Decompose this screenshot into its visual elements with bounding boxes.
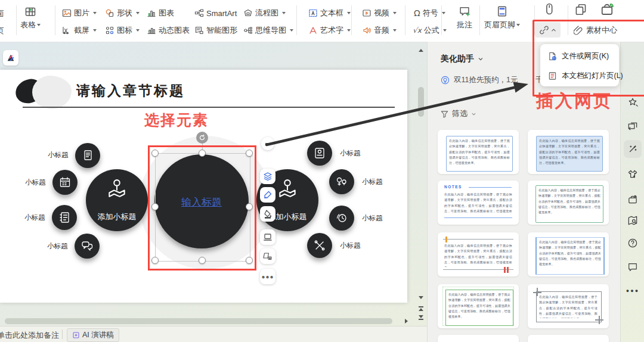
- ai-speech-button[interactable]: AI 演讲稿: [67, 328, 119, 342]
- convert-button[interactable]: [627, 121, 639, 132]
- resource-bag-button[interactable]: [600, 4, 614, 14]
- comment-button[interactable]: 批注: [457, 5, 472, 30]
- feedback-button[interactable]: [627, 262, 638, 272]
- insert-icon-button[interactable]: 图标: [105, 25, 140, 36]
- menu-item-slides-in-document[interactable]: 本文档幻灯片页(L): [540, 68, 627, 83]
- section-title-placeholder[interactable]: 请输入章节标题: [76, 82, 185, 100]
- more-panel-button[interactable]: ●●●: [626, 288, 639, 294]
- insert-chart-button[interactable]: 图表: [147, 8, 174, 18]
- smart-graphic-button[interactable]: 智能图形: [194, 25, 237, 36]
- selection-handle-se[interactable]: [246, 257, 253, 264]
- theme-skin-button[interactable]: [627, 169, 639, 180]
- laser-pointer-button[interactable]: [543, 4, 556, 14]
- template-card-gray-frame[interactable]: 在此输入内容，确保信息简明扼要，便于观众快速理解，文字应简明扼要，突出重点，搭配…: [528, 284, 609, 328]
- subtitle-label[interactable]: 小标题: [340, 149, 361, 158]
- material-center-button[interactable]: 素材中心: [574, 25, 617, 36]
- subtitle-label[interactable]: 小标题: [340, 241, 361, 250]
- subtitle-label[interactable]: 小标题: [47, 242, 68, 251]
- help-button[interactable]: [627, 238, 639, 249]
- layers-button[interactable]: [260, 169, 275, 184]
- template-card-blue-fill[interactable]: 在此输入内容，确保信息简明扼要，便于观众快速理解，文字应简明扼要，突出重点，搭配…: [528, 130, 609, 174]
- ribbon-clipped-bottom[interactable]: 页: [0, 26, 4, 36]
- insert-image-button[interactable]: 图片: [62, 8, 97, 18]
- lightbulb-icon: [441, 76, 450, 85]
- table-button[interactable]: 表格: [20, 5, 41, 30]
- selection-handle-ne[interactable]: [246, 150, 253, 157]
- template-card-green-double[interactable]: 在此输入内容，确保信息简明扼要，便于观众快速理解，文字应简明扼要，突出重点，搭配…: [438, 284, 519, 328]
- vertical-scrollbar-thumb[interactable]: [418, 87, 424, 117]
- reference-search-button[interactable]: [627, 215, 639, 226]
- textbox-button[interactable]: 文本框: [308, 8, 351, 18]
- effects-button[interactable]: [627, 97, 639, 108]
- insert-shape-button[interactable]: 形状: [105, 8, 140, 18]
- menu-item-label: 本文档幻灯片页(L): [562, 71, 623, 81]
- annotation-insert-web: 插入网页: [536, 89, 612, 113]
- rotation-handle[interactable]: [196, 132, 208, 144]
- convert-shape-button[interactable]: [260, 248, 275, 264]
- template-card-notes[interactable]: NOTES 在此输入内容，确保信息简明扼要，便于观众快速理解，文字应简明扼要，突…: [438, 181, 519, 225]
- laptop-icon: [263, 232, 273, 242]
- promo-banner[interactable]: 双11抢先预约，1元 千元: [441, 75, 550, 85]
- filter-button[interactable]: 筛选: [441, 108, 476, 119]
- template-card-rule-lines[interactable]: 在此输入内容，确保信息简明扼要，便于观众快速理解，文字应简明扼要，突出重点，搭配…: [438, 232, 519, 276]
- more-tools-button[interactable]: ●●●: [260, 269, 275, 284]
- magic-beautify-button[interactable]: [624, 140, 642, 158]
- template-card-blue-outline[interactable]: 在此输入内容，确保信息简明扼要，便于观众快速理解，文字应简明扼要，突出重点，搭配…: [438, 130, 519, 174]
- video-button[interactable]: 视频: [362, 8, 397, 18]
- flowchart-button[interactable]: 流程图: [243, 8, 286, 18]
- chevron-down-icon: [93, 12, 97, 14]
- screenshot-button[interactable]: 截屏: [62, 25, 97, 36]
- horizontal-scrollbar-thumb[interactable]: [5, 318, 392, 324]
- insert-chart-label: 图表: [159, 8, 174, 18]
- dynamic-chart-button[interactable]: 动态图表: [147, 25, 190, 36]
- template-preview-text: 在此输入内容，确保信息简明扼要，便于观众快速理解，文字应简明扼要，突出重点，搭配…: [444, 192, 512, 214]
- ribbon-clipped-top[interactable]: 面: [0, 8, 4, 19]
- smartart-button[interactable]: SmartArt: [194, 8, 237, 18]
- slide-canvas[interactable]: 请输入章节标题 选择元素 添加小标题 添加小标题 小标题 小标题 小标题 小标题…: [0, 70, 407, 303]
- scroll-up-button[interactable]: [419, 49, 423, 52]
- template-card-blue-frame[interactable]: 在此输入内容，确保信息简明扼要，便于观众快速理解，文字应简明扼要，突出重点，搭配…: [528, 232, 609, 276]
- promo-text-left: 双11抢先预约，1元: [454, 75, 518, 85]
- menu-item-file-or-webpage[interactable]: 文件或网页(K): [540, 48, 627, 64]
- hyperlink-button[interactable]: [535, 22, 561, 38]
- selection-handle-nw[interactable]: [151, 150, 159, 157]
- wordart-button[interactable]: 艺术字: [308, 25, 351, 36]
- header-footer-button[interactable]: 页眉页脚: [484, 5, 520, 30]
- style-brush-button[interactable]: [260, 187, 275, 203]
- previous-slide-button[interactable]: [419, 306, 423, 311]
- template-card-green-outline[interactable]: 在此输入内容，确保信息简明扼要，便于观众快速理解，文字应简明扼要，突出重点，搭配…: [528, 181, 609, 225]
- document-icon: [80, 148, 95, 163]
- subtitle-label[interactable]: 小标题: [362, 214, 383, 223]
- subtitle-label[interactable]: 小标题: [25, 178, 46, 187]
- collapse-toolbar-button[interactable]: [261, 137, 274, 150]
- mindmap-button[interactable]: 思维导图: [243, 25, 293, 36]
- fill-color-button[interactable]: [260, 206, 275, 222]
- ai-assistant-button[interactable]: [3, 50, 18, 66]
- subtitle-label[interactable]: 小标题: [48, 151, 69, 160]
- subtitle-label[interactable]: 小标题: [362, 178, 383, 186]
- scroll-down-button[interactable]: [419, 296, 423, 299]
- material-panel-button[interactable]: [627, 194, 639, 206]
- symbol-button[interactable]: Ω 符号: [414, 8, 445, 18]
- notes-placeholder[interactable]: 单击此处添加备注: [0, 330, 59, 341]
- presenter-view-button[interactable]: [260, 229, 275, 245]
- copy-style-button[interactable]: [574, 4, 587, 15]
- decor-line: [443, 239, 513, 240]
- next-slide-button[interactable]: [419, 315, 423, 321]
- template-card-partial[interactable]: [528, 335, 609, 342]
- template-preview-text: 在此输入内容，确保信息简明扼要，便于观众快速理解，文字应简明扼要，突出重点，搭配…: [536, 136, 603, 172]
- left-add-subtitle-label[interactable]: 添加小标题: [87, 212, 147, 222]
- title-underline: [23, 107, 395, 108]
- subtitle-label[interactable]: 小标题: [24, 213, 45, 222]
- scroll-right-button[interactable]: [405, 319, 408, 324]
- selection-handle-w[interactable]: [151, 203, 159, 210]
- selection-handle-e[interactable]: [246, 203, 253, 210]
- panel-header[interactable]: 美化助手: [441, 54, 484, 64]
- insert-image-label: 图片: [74, 8, 89, 18]
- template-card-partial[interactable]: [438, 335, 519, 342]
- selection-handle-sw[interactable]: [151, 257, 159, 264]
- audio-button[interactable]: 音频: [362, 25, 397, 36]
- selection-handle-s[interactable]: [199, 257, 206, 264]
- video-label: 视频: [374, 8, 389, 18]
- selection-handle-n[interactable]: [199, 150, 206, 157]
